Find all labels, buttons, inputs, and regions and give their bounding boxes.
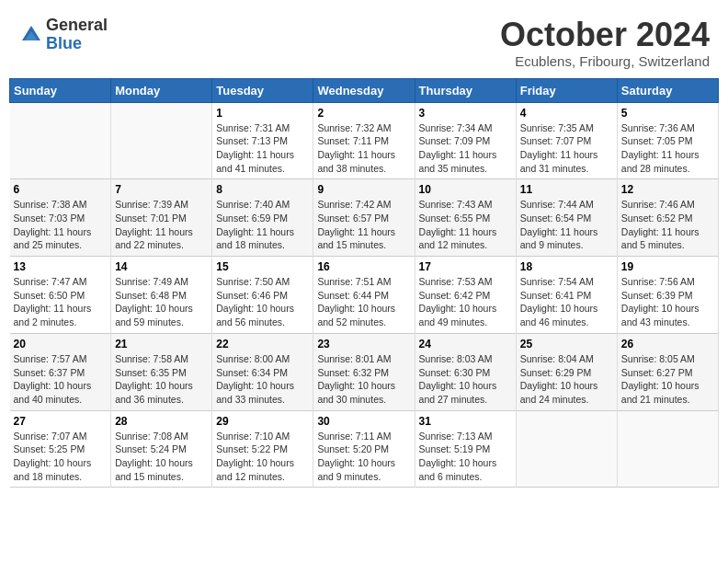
calendar-table: SundayMondayTuesdayWednesdayThursdayFrid… bbox=[9, 78, 719, 488]
day-number: 8 bbox=[216, 183, 309, 196]
day-info: Sunrise: 7:51 AM Sunset: 6:44 PM Dayligh… bbox=[317, 275, 410, 329]
calendar-cell: 18Sunrise: 7:54 AM Sunset: 6:41 PM Dayli… bbox=[516, 257, 617, 334]
calendar-cell: 5Sunrise: 7:36 AM Sunset: 7:05 PM Daylig… bbox=[617, 102, 718, 179]
day-number: 10 bbox=[419, 183, 512, 196]
location-text: Ecublens, Fribourg, Switzerland bbox=[500, 53, 710, 69]
day-info: Sunrise: 7:35 AM Sunset: 7:07 PM Dayligh… bbox=[520, 121, 613, 176]
day-number: 15 bbox=[216, 260, 309, 273]
day-info: Sunrise: 7:47 AM Sunset: 6:50 PM Dayligh… bbox=[14, 275, 108, 329]
day-info: Sunrise: 7:07 AM Sunset: 5:25 PM Dayligh… bbox=[14, 430, 108, 484]
calendar-cell: 16Sunrise: 7:51 AM Sunset: 6:44 PM Dayli… bbox=[313, 257, 415, 334]
day-info: Sunrise: 7:49 AM Sunset: 6:48 PM Dayligh… bbox=[115, 275, 208, 329]
calendar-cell: 17Sunrise: 7:53 AM Sunset: 6:42 PM Dayli… bbox=[415, 257, 516, 334]
day-info: Sunrise: 8:05 AM Sunset: 6:27 PM Dayligh… bbox=[621, 352, 714, 407]
day-number: 25 bbox=[520, 338, 613, 350]
day-info: Sunrise: 7:40 AM Sunset: 6:59 PM Dayligh… bbox=[216, 198, 309, 252]
calendar-cell: 8Sunrise: 7:40 AM Sunset: 6:59 PM Daylig… bbox=[212, 179, 313, 257]
day-info: Sunrise: 8:03 AM Sunset: 6:30 PM Dayligh… bbox=[419, 352, 512, 407]
day-info: Sunrise: 7:36 AM Sunset: 7:05 PM Dayligh… bbox=[621, 121, 714, 176]
logo: General Blue bbox=[18, 17, 108, 53]
calendar-cell: 12Sunrise: 7:46 AM Sunset: 6:52 PM Dayli… bbox=[617, 179, 718, 257]
calendar-cell: 22Sunrise: 8:00 AM Sunset: 6:34 PM Dayli… bbox=[212, 333, 313, 410]
day-number: 6 bbox=[14, 183, 108, 196]
calendar-cell: 14Sunrise: 7:49 AM Sunset: 6:48 PM Dayli… bbox=[111, 257, 212, 334]
week-row-5: 27Sunrise: 7:07 AM Sunset: 5:25 PM Dayli… bbox=[10, 410, 719, 488]
calendar-cell: 6Sunrise: 7:38 AM Sunset: 7:03 PM Daylig… bbox=[10, 179, 111, 257]
week-row-1: 1Sunrise: 7:31 AM Sunset: 7:13 PM Daylig… bbox=[10, 102, 719, 179]
day-info: Sunrise: 7:32 AM Sunset: 7:11 PM Dayligh… bbox=[317, 121, 410, 176]
day-number: 4 bbox=[520, 107, 613, 120]
calendar-cell: 31Sunrise: 7:13 AM Sunset: 5:19 PM Dayli… bbox=[415, 410, 516, 488]
day-number: 1 bbox=[216, 107, 309, 120]
day-number: 13 bbox=[14, 260, 108, 273]
logo-general-text: General bbox=[46, 17, 108, 35]
calendar-cell: 2Sunrise: 7:32 AM Sunset: 7:11 PM Daylig… bbox=[313, 102, 415, 179]
calendar-cell: 3Sunrise: 7:34 AM Sunset: 7:09 PM Daylig… bbox=[415, 102, 516, 179]
week-row-3: 13Sunrise: 7:47 AM Sunset: 6:50 PM Dayli… bbox=[10, 257, 719, 334]
calendar-cell: 27Sunrise: 7:07 AM Sunset: 5:25 PM Dayli… bbox=[10, 410, 111, 488]
day-info: Sunrise: 7:57 AM Sunset: 6:37 PM Dayligh… bbox=[14, 352, 108, 407]
calendar-cell: 24Sunrise: 8:03 AM Sunset: 6:30 PM Dayli… bbox=[415, 333, 516, 410]
day-number: 28 bbox=[115, 415, 208, 428]
month-title: October 2024 bbox=[500, 17, 710, 53]
day-info: Sunrise: 7:39 AM Sunset: 7:01 PM Dayligh… bbox=[115, 198, 208, 252]
logo-icon bbox=[18, 22, 44, 48]
day-info: Sunrise: 7:46 AM Sunset: 6:52 PM Dayligh… bbox=[621, 198, 714, 252]
calendar-cell: 23Sunrise: 8:01 AM Sunset: 6:32 PM Dayli… bbox=[313, 333, 415, 410]
header-day-wednesday: Wednesday bbox=[313, 78, 415, 102]
calendar-cell: 11Sunrise: 7:44 AM Sunset: 6:54 PM Dayli… bbox=[516, 179, 617, 257]
calendar-cell bbox=[617, 410, 718, 488]
day-number: 23 bbox=[317, 338, 410, 350]
calendar-cell: 4Sunrise: 7:35 AM Sunset: 7:07 PM Daylig… bbox=[516, 102, 617, 179]
day-number: 3 bbox=[419, 107, 512, 120]
calendar-body: 1Sunrise: 7:31 AM Sunset: 7:13 PM Daylig… bbox=[10, 102, 719, 488]
day-info: Sunrise: 7:34 AM Sunset: 7:09 PM Dayligh… bbox=[419, 121, 512, 176]
day-number: 26 bbox=[621, 338, 714, 350]
calendar-cell: 30Sunrise: 7:11 AM Sunset: 5:20 PM Dayli… bbox=[313, 410, 415, 488]
logo-blue-text: Blue bbox=[46, 35, 108, 53]
day-number: 31 bbox=[419, 415, 512, 428]
header-row: SundayMondayTuesdayWednesdayThursdayFrid… bbox=[10, 78, 719, 102]
calendar-cell: 15Sunrise: 7:50 AM Sunset: 6:46 PM Dayli… bbox=[212, 257, 313, 334]
day-number: 14 bbox=[115, 260, 208, 273]
day-number: 18 bbox=[520, 260, 613, 273]
header-day-saturday: Saturday bbox=[617, 78, 718, 102]
day-info: Sunrise: 7:31 AM Sunset: 7:13 PM Dayligh… bbox=[216, 121, 309, 176]
day-info: Sunrise: 7:42 AM Sunset: 6:57 PM Dayligh… bbox=[317, 198, 410, 252]
day-info: Sunrise: 8:00 AM Sunset: 6:34 PM Dayligh… bbox=[216, 352, 309, 407]
header-day-monday: Monday bbox=[111, 78, 212, 102]
day-info: Sunrise: 7:10 AM Sunset: 5:22 PM Dayligh… bbox=[216, 430, 309, 484]
day-info: Sunrise: 7:08 AM Sunset: 5:24 PM Dayligh… bbox=[115, 430, 208, 484]
day-number: 19 bbox=[621, 260, 714, 273]
day-number: 20 bbox=[14, 338, 108, 350]
day-number: 5 bbox=[621, 107, 714, 120]
calendar-cell: 13Sunrise: 7:47 AM Sunset: 6:50 PM Dayli… bbox=[10, 257, 111, 334]
day-number: 21 bbox=[115, 338, 208, 350]
day-number: 16 bbox=[317, 260, 410, 273]
header-day-tuesday: Tuesday bbox=[212, 78, 313, 102]
calendar-cell: 25Sunrise: 8:04 AM Sunset: 6:29 PM Dayli… bbox=[516, 333, 617, 410]
day-number: 22 bbox=[216, 338, 309, 350]
day-info: Sunrise: 7:38 AM Sunset: 7:03 PM Dayligh… bbox=[14, 198, 108, 252]
calendar-cell: 9Sunrise: 7:42 AM Sunset: 6:57 PM Daylig… bbox=[313, 179, 415, 257]
day-info: Sunrise: 7:53 AM Sunset: 6:42 PM Dayligh… bbox=[419, 275, 512, 329]
week-row-4: 20Sunrise: 7:57 AM Sunset: 6:37 PM Dayli… bbox=[10, 333, 719, 410]
header-day-thursday: Thursday bbox=[415, 78, 516, 102]
day-number: 2 bbox=[317, 107, 410, 120]
calendar-cell: 28Sunrise: 7:08 AM Sunset: 5:24 PM Dayli… bbox=[111, 410, 212, 488]
calendar-cell: 7Sunrise: 7:39 AM Sunset: 7:01 PM Daylig… bbox=[111, 179, 212, 257]
day-number: 11 bbox=[520, 183, 613, 196]
day-info: Sunrise: 7:54 AM Sunset: 6:41 PM Dayligh… bbox=[520, 275, 613, 329]
day-number: 9 bbox=[317, 183, 410, 196]
header-day-friday: Friday bbox=[516, 78, 617, 102]
calendar-cell: 26Sunrise: 8:05 AM Sunset: 6:27 PM Dayli… bbox=[617, 333, 718, 410]
title-block: October 2024 Ecublens, Fribourg, Switzer… bbox=[500, 17, 710, 69]
day-info: Sunrise: 7:50 AM Sunset: 6:46 PM Dayligh… bbox=[216, 275, 309, 329]
calendar-cell: 10Sunrise: 7:43 AM Sunset: 6:55 PM Dayli… bbox=[415, 179, 516, 257]
day-info: Sunrise: 7:11 AM Sunset: 5:20 PM Dayligh… bbox=[317, 430, 410, 484]
day-info: Sunrise: 8:01 AM Sunset: 6:32 PM Dayligh… bbox=[317, 352, 410, 407]
day-number: 7 bbox=[115, 183, 208, 196]
calendar-header: SundayMondayTuesdayWednesdayThursdayFrid… bbox=[10, 78, 719, 102]
page-header: General Blue October 2024 Ecublens, Frib… bbox=[9, 9, 719, 73]
day-number: 29 bbox=[216, 415, 309, 428]
